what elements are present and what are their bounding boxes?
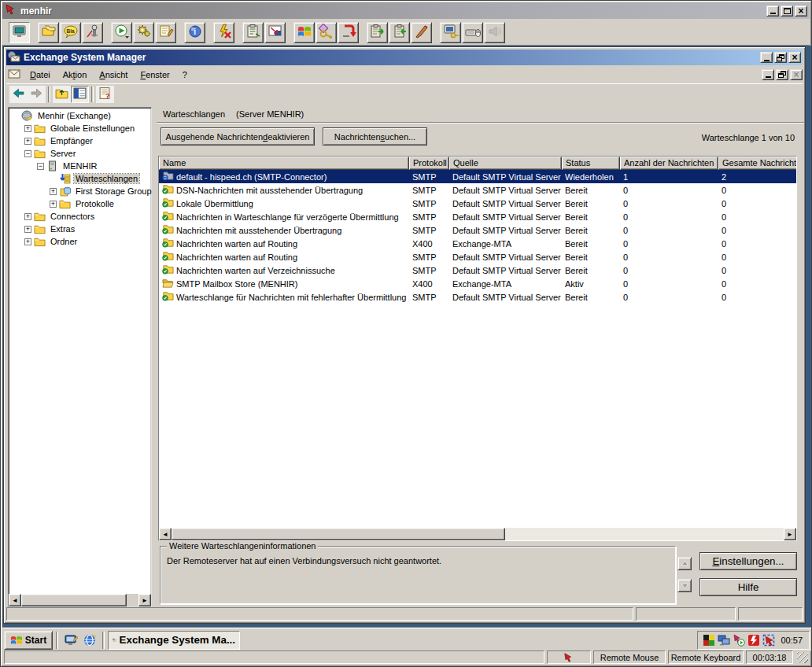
disconnect-button[interactable] <box>338 22 359 43</box>
queue-row[interactable]: Nachrichten warten auf RoutingX400Exchan… <box>159 237 796 250</box>
network-icon[interactable] <box>718 634 730 647</box>
quicklaunch-internet-explorer[interactable] <box>80 631 99 650</box>
settings-button[interactable]: Einstellungen... <box>699 552 797 570</box>
tree-item-protokolle[interactable]: +Protokolle <box>9 197 151 210</box>
tree-item-label[interactable]: Server <box>49 149 77 158</box>
tree-item-label[interactable]: First Storage Group <box>74 186 153 196</box>
expand-icon[interactable]: + <box>24 213 31 220</box>
send-ctrl-alt-del-button[interactable] <box>293 22 315 43</box>
expand-icon[interactable]: + <box>50 188 57 195</box>
keyboard-indicator-icon[interactable] <box>703 634 715 647</box>
tree-item-label[interactable]: MENHIR <box>61 161 98 171</box>
tree-item-label[interactable]: Ordner <box>49 237 79 246</box>
queue-row[interactable]: default - hispeed.ch (SMTP-Connector)SMT… <box>159 170 796 183</box>
radmin-server-icon[interactable] <box>762 634 775 647</box>
queue-row[interactable]: Nachrichten warten auf RoutingSMTPDefaul… <box>159 250 796 263</box>
taskbar-clock[interactable]: 00:57 <box>781 636 803 645</box>
connection-settings-button[interactable] <box>133 22 154 43</box>
menu-item-aktion[interactable]: Aktion <box>57 68 94 81</box>
disable-outgoing-button[interactable]: Ausgehende Nachrichten deaktivieren <box>161 127 315 146</box>
tree-item-label[interactable]: Protokolle <box>74 199 116 208</box>
scan-hosts-button[interactable] <box>111 22 132 43</box>
menu-item-fenster[interactable]: Fenster <box>134 68 175 81</box>
column-header-gesamte-nachrichte[interactable]: Gesamte Nachrichte <box>718 157 797 170</box>
clipboard-receive-button[interactable] <box>389 22 410 43</box>
column-header-anzahl-der-nachrichten[interactable]: Anzahl der Nachrichten <box>620 157 718 170</box>
menu-item-?[interactable]: ? <box>176 68 194 81</box>
tree-item-server[interactable]: −Server <box>9 147 151 160</box>
fullscreen-toggle-button[interactable] <box>264 22 286 43</box>
scrollbar-thumb[interactable] <box>172 528 505 540</box>
esm-titlebar[interactable]: Exchange System Manager × <box>6 50 803 65</box>
collapse-icon[interactable]: − <box>37 163 44 170</box>
show-console-tree-button[interactable] <box>71 86 89 103</box>
queue-row[interactable]: Warteschlange für Nachrichten mit fehler… <box>159 290 796 304</box>
column-header-name[interactable]: Name <box>159 157 409 170</box>
list-horizontal-scrollbar[interactable]: ◄ ► <box>159 528 796 540</box>
menu-item-datei[interactable]: Datei <box>24 68 57 81</box>
queue-row[interactable]: SMTP Mailbox Store (MENHIR)X400Exchange-… <box>159 277 796 290</box>
resize-grip[interactable] <box>797 652 808 663</box>
tree-item-ordner[interactable]: +Ordner <box>9 235 151 248</box>
esm-minimize-button[interactable] <box>760 52 773 63</box>
esm-restore-button[interactable] <box>774 52 787 63</box>
scrollbar-thumb[interactable] <box>21 594 127 606</box>
task-button-exchange[interactable]: Exchange System Ma... <box>108 631 240 650</box>
esm-close-button[interactable]: × <box>788 52 801 63</box>
tree-item-label[interactable]: Warteschlangen <box>74 174 139 183</box>
clipboard-send-button[interactable] <box>367 22 388 43</box>
queue-row[interactable]: Lokale ÜbermittlungSMTPDefault SMTP Virt… <box>159 197 796 210</box>
tree-item-label[interactable]: Extras <box>49 224 76 234</box>
remote-info-button[interactable]: i <box>184 22 205 43</box>
queue-row[interactable]: Nachrichten warten auf VerzeichnissucheS… <box>159 263 796 277</box>
tree-item-menhir[interactable]: −MENHIR <box>9 160 151 172</box>
scroll-left-icon[interactable]: ◄ <box>159 528 172 540</box>
minimize-button[interactable] <box>766 6 779 17</box>
back-button[interactable] <box>9 86 28 103</box>
expand-icon[interactable]: + <box>24 138 31 145</box>
close-button[interactable]: × <box>795 6 807 17</box>
column-header-quelle[interactable]: Quelle <box>449 157 562 170</box>
remote-input-control-button[interactable] <box>462 22 483 43</box>
collapse-icon[interactable]: − <box>24 150 31 157</box>
tree-item-label[interactable]: Empfänger <box>49 136 94 146</box>
voice-chat-button[interactable] <box>82 22 103 43</box>
connection-list-button[interactable] <box>242 22 264 43</box>
maximize-button[interactable] <box>781 6 793 17</box>
tree-item-connectors[interactable]: +Connectors <box>9 210 151 223</box>
expand-icon[interactable]: + <box>50 201 57 208</box>
text-chat-button[interactable]: Bla <box>60 22 81 43</box>
tree-item-extras[interactable]: +Extras <box>9 223 151 235</box>
column-header-protokoll[interactable]: Protokoll <box>409 157 449 170</box>
tree-item-menhir-exchange-[interactable]: Menhir (Exchange) <box>9 109 151 122</box>
up-one-level-button[interactable] <box>53 86 71 103</box>
tree-item-empf-nger[interactable]: +Empfänger <box>9 135 151 147</box>
tree-item-label[interactable]: Menhir (Exchange) <box>36 111 113 120</box>
expand-icon[interactable]: + <box>24 238 31 245</box>
remote-screen-view-button[interactable] <box>9 22 30 43</box>
expand-icon[interactable]: + <box>24 125 31 132</box>
help-button[interactable]: Hilfe <box>699 578 797 596</box>
file-transfer-button[interactable] <box>38 22 59 43</box>
radmin-connection-icon[interactable] <box>733 634 745 647</box>
firewall-icon[interactable] <box>747 634 760 647</box>
shutdown-remote-button[interactable] <box>213 22 234 43</box>
viewer-titlebar[interactable]: menhir × <box>2 2 810 19</box>
tree-item-globale-einstellungen[interactable]: +Globale Einstellungen <box>9 122 151 135</box>
mdi-minimize-button[interactable] <box>762 69 774 80</box>
lock-remote-button[interactable] <box>440 22 461 43</box>
menu-item-ansicht[interactable]: Ansicht <box>93 68 134 81</box>
mdi-restore-button[interactable] <box>776 69 788 80</box>
scroll-right-icon[interactable]: ► <box>784 528 796 540</box>
tree-item-label[interactable]: Globale Einstellungen <box>49 123 136 133</box>
tree-horizontal-scrollbar[interactable]: ◄ ► <box>9 594 151 606</box>
queue-row[interactable]: DSN-Nachrichten mit ausstehender Übertra… <box>159 183 796 197</box>
connection-notes-button[interactable] <box>155 22 176 43</box>
column-header-status[interactable]: Status <box>562 157 620 170</box>
find-messages-button[interactable]: Nachrichten suchen... <box>323 127 427 146</box>
queue-row[interactable]: Nachrichten mit ausstehender Übertragung… <box>159 223 796 237</box>
tree-item-first-storage-group[interactable]: +First Storage Group <box>9 185 151 197</box>
help-topics-button[interactable]: ? <box>96 86 114 103</box>
quicklaunch-show-desktop[interactable] <box>61 631 80 650</box>
queue-row[interactable]: Nachrichten in Warteschlange für verzöge… <box>159 210 796 223</box>
